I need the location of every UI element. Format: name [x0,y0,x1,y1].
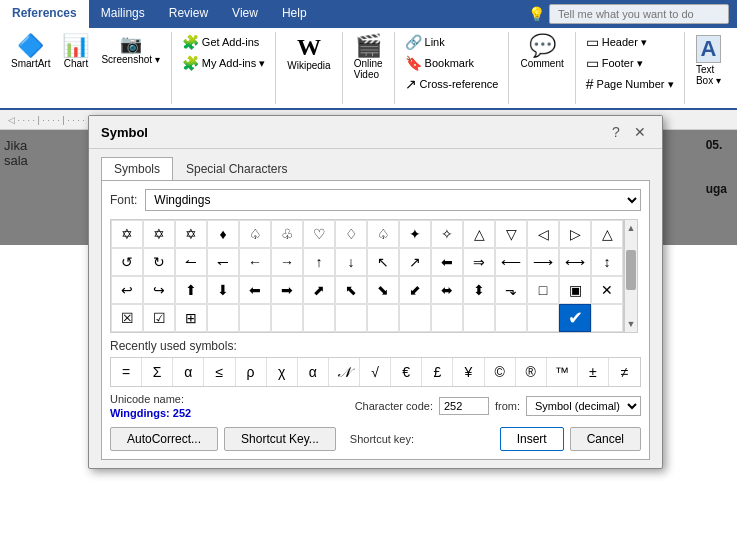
symbol-cell[interactable]: ✡ [175,220,207,248]
symbol-cell[interactable]: ↓ [335,248,367,276]
font-select[interactable]: Wingdings [145,189,641,211]
recent-cell[interactable]: € [391,358,422,386]
symbol-cell[interactable]: ↗ [399,248,431,276]
wikipedia-button[interactable]: W Wikipedia [282,32,335,74]
symbol-cell[interactable]: ♡ [303,220,335,248]
symbol-cell[interactable]: ♤ [367,220,399,248]
tab-symbols[interactable]: Symbols [101,157,173,180]
dialog-help-button[interactable]: ? [606,122,626,142]
symbol-cell[interactable] [207,304,239,332]
symbol-cell[interactable] [271,304,303,332]
symbol-cell[interactable] [527,304,559,332]
symbol-cell[interactable]: ⬊ [367,276,399,304]
symbol-cell[interactable]: ♤ [239,220,271,248]
recent-cell[interactable]: ≠ [609,358,640,386]
link-button[interactable]: 🔗 Link [401,32,503,52]
symbol-cell[interactable]: ⟵ [495,248,527,276]
symbol-cell[interactable]: ▷ [559,220,591,248]
symbol-cell[interactable]: ✕ [591,276,623,304]
symbol-cell[interactable]: ↖ [367,248,399,276]
recent-cell[interactable]: £ [422,358,453,386]
tab-mailings[interactable]: Mailings [89,0,157,28]
symbol-cell[interactable]: ▽ [495,220,527,248]
symbol-cell[interactable]: △ [463,220,495,248]
symbol-cell[interactable]: ♧ [271,220,303,248]
recent-cell[interactable]: √ [360,358,391,386]
scroll-up-arrow[interactable]: ▲ [624,220,639,236]
symbol-cell[interactable] [463,304,495,332]
recent-cell[interactable]: α [173,358,204,386]
recent-cell[interactable]: ρ [236,358,267,386]
symbol-cell[interactable]: ✡ [143,220,175,248]
symbol-cell[interactable]: ⬅ [431,248,463,276]
symbol-cell[interactable] [495,304,527,332]
symbol-cell[interactable]: ↩ [111,276,143,304]
tab-help[interactable]: Help [270,0,319,28]
tab-view[interactable]: View [220,0,270,28]
symbol-cell[interactable]: ⟶ [527,248,559,276]
symbol-cell[interactable]: ▣ [559,276,591,304]
footer-button[interactable]: ▭ Footer ▾ [582,53,678,73]
recent-cell[interactable]: © [485,358,516,386]
symbol-cell[interactable]: ✦ [399,220,431,248]
cancel-button[interactable]: Cancel [570,427,641,451]
symbol-cell[interactable] [399,304,431,332]
symbol-cell[interactable]: ⬋ [399,276,431,304]
symbol-cell[interactable] [367,304,399,332]
symbol-cell[interactable]: ⬈ [303,276,335,304]
symbol-cell[interactable]: ⟷ [559,248,591,276]
symbol-cell[interactable]: ✡ [111,220,143,248]
recent-cell[interactable]: ® [516,358,547,386]
symbol-cell[interactable]: ➡ [271,276,303,304]
scroll-thumb[interactable] [626,250,636,290]
crossref-button[interactable]: ↗ Cross-reference [401,74,503,94]
recent-cell[interactable]: α [298,358,329,386]
symbol-cell[interactable] [303,304,335,332]
symbol-cell[interactable]: ⬉ [335,276,367,304]
recent-cell[interactable]: 𝒩 [329,358,360,386]
search-input[interactable] [549,4,729,24]
recent-cell[interactable]: ± [578,358,609,386]
symbol-cell[interactable]: ⬍ [463,276,495,304]
symbol-cell[interactable]: ♦ [207,220,239,248]
dialog-close-button[interactable]: ✕ [630,122,650,142]
symbol-cell[interactable]: ♢ [335,220,367,248]
bookmark-button[interactable]: 🔖 Bookmark [401,53,503,73]
symbol-cell[interactable]: ☑ [143,304,175,332]
insert-button[interactable]: Insert [500,427,564,451]
symbol-cell[interactable] [335,304,367,332]
charcode-input[interactable] [439,397,489,415]
symbol-cell[interactable]: ↕ [591,248,623,276]
header-button[interactable]: ▭ Header ▾ [582,32,678,52]
symbol-cell[interactable]: △ [591,220,623,248]
textbox-button[interactable]: A TextBox ▾ [691,32,727,89]
symbol-cell[interactable]: ⬆ [175,276,207,304]
symbol-cell[interactable]: ↺ [111,248,143,276]
comment-button[interactable]: 💬 Comment [515,32,568,72]
symbol-cell[interactable]: ⬅ [239,276,271,304]
symbol-cell[interactable] [431,304,463,332]
page-number-button[interactable]: # Page Number ▾ [582,74,678,94]
symbol-cell[interactable]: ↻ [143,248,175,276]
shortcut-key-button[interactable]: Shortcut Key... [224,427,336,451]
recent-cell[interactable]: ¥ [453,358,484,386]
symbol-cell[interactable]: ✧ [431,220,463,248]
chart-button[interactable]: 📊 Chart [57,32,94,72]
symbol-cell[interactable] [239,304,271,332]
symbol-cell[interactable] [591,304,623,332]
symbol-cell[interactable]: ☒ [111,304,143,332]
online-video-button[interactable]: 🎬 OnlineVideo [349,32,388,83]
symbol-cell[interactable]: ⊞ [175,304,207,332]
autocorrect-button[interactable]: AutoCorrect... [110,427,218,451]
recent-cell[interactable]: Σ [142,358,173,386]
symbol-cell[interactable]: ⇒ [463,248,495,276]
my-addins-button[interactable]: 🧩 My Add-ins ▾ [178,53,269,73]
tab-special-chars[interactable]: Special Characters [173,157,300,180]
recent-cell[interactable]: ≤ [204,358,235,386]
symbol-cell[interactable]: □ [527,276,559,304]
symbol-cell-selected[interactable]: ✔ [559,304,591,332]
symbol-cell[interactable]: ← [239,248,271,276]
get-addins-button[interactable]: 🧩 Get Add-ins [178,32,269,52]
symbol-cell[interactable]: ⬌ [431,276,463,304]
grid-scrollbar[interactable]: ▲ ▼ [624,219,638,333]
